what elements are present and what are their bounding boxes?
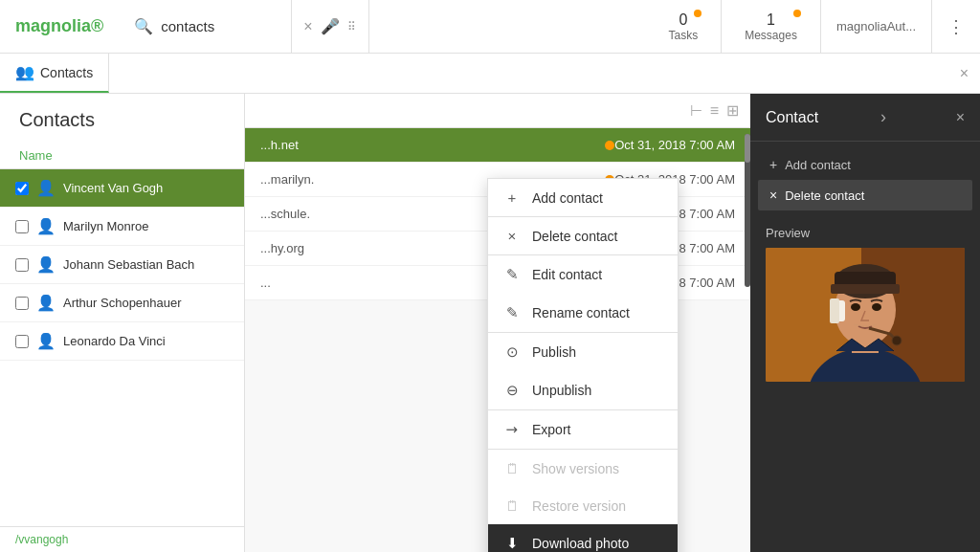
contact-checkbox[interactable] [15, 335, 29, 348]
menu-restore-version-label: Restore version [532, 498, 626, 514]
person-icon: 👤 [36, 332, 56, 350]
menu-export-label: Export [532, 422, 570, 437]
search-controls: × 🎤 ⠿ [292, 0, 368, 53]
search-icon: 🔍 [134, 17, 153, 35]
tree-view-icon[interactable]: ⊢ [690, 102, 702, 120]
grid-view-icon[interactable]: ⊞ [726, 101, 739, 120]
contact-row[interactable]: 👤 Vincent Van Gogh [0, 169, 244, 208]
tasks-count: 0 [679, 11, 687, 29]
contact-name: Vincent Van Gogh [63, 181, 163, 195]
person-icon: 👤 [36, 179, 56, 197]
svg-point-14 [892, 336, 902, 345]
clear-search-icon[interactable]: × [303, 18, 312, 35]
download-icon: ⬇ [503, 535, 521, 552]
topbar: magnolia® 🔍 × 🎤 ⠿ 0 Tasks 1 Messages mag… [0, 0, 980, 54]
restore-icon: 🗒 [503, 497, 521, 514]
status-dot [605, 141, 614, 150]
contact-row[interactable]: 👤 Johann Sebastian Bach [0, 246, 244, 284]
topbar-right: 0 Tasks 1 Messages magnoliaAut... ⋮ [646, 0, 981, 54]
menu-unpublish[interactable]: ⊖ Unpublish [488, 371, 678, 409]
right-panel-title: Contact [766, 109, 818, 126]
contact-email: ...h.net [260, 138, 605, 152]
rp-delete-contact[interactable]: × Delete contact [758, 180, 972, 210]
user-label: magnoliaAut... [836, 19, 916, 33]
contact-checkbox[interactable] [15, 258, 29, 272]
context-menu: + Add contact × Delete contact ✎ Edit co… [487, 178, 679, 552]
panel-scrollbar[interactable] [745, 134, 750, 287]
portrait-svg [766, 248, 965, 382]
search-area: 🔍 [119, 0, 292, 53]
search-input[interactable] [161, 18, 276, 34]
contact-name: Marilyn Monroe [63, 219, 149, 233]
menu-show-versions-label: Show versions [532, 461, 619, 476]
svg-rect-8 [830, 298, 839, 323]
tasks-badge[interactable]: 0 Tasks [646, 0, 723, 54]
right-panel: Contact › × + Add contact × Delete conta… [750, 94, 980, 552]
mic-icon[interactable]: 🎤 [321, 17, 340, 35]
menu-delete-contact[interactable]: × Delete contact [488, 217, 678, 254]
menu-export[interactable]: ↗ Export [488, 410, 678, 449]
contact-checkbox[interactable] [15, 297, 29, 310]
rp-delete-icon: × [769, 188, 777, 203]
menu-unpublish-label: Unpublish [532, 383, 591, 398]
grid-icon[interactable]: ⠿ [347, 20, 357, 33]
contact-name: Leonardo Da Vinci [63, 334, 166, 348]
versions-icon: 🗒 [503, 460, 521, 476]
preview-label: Preview [766, 226, 965, 240]
rp-add-icon: + [769, 157, 777, 172]
list-panel: Contacts Name 👤 Vincent Van Gogh 👤 Maril… [0, 94, 245, 552]
messages-badge[interactable]: 1 Messages [722, 0, 821, 54]
svg-rect-11 [831, 284, 900, 294]
contact-row[interactable]: 👤 Arthur Schopenhauer [0, 284, 244, 322]
user-menu[interactable]: magnoliaAut... [821, 0, 932, 54]
menu-download-photo-label: Download photo [532, 536, 629, 551]
menu-publish[interactable]: ⊙ Publish [488, 333, 678, 371]
more-menu[interactable]: ⋮ [932, 0, 980, 54]
menu-show-versions: 🗒 Show versions [488, 450, 678, 487]
menu-delete-contact-label: Delete contact [532, 229, 618, 244]
person-icon: 👤 [36, 255, 56, 274]
contact-row[interactable]: 👤 Leonardo Da Vinci [0, 322, 244, 361]
right-panel-chevron[interactable]: › [880, 107, 886, 127]
tasks-dot [694, 10, 702, 17]
rp-delete-contact-label: Delete contact [785, 188, 864, 203]
menu-add-contact-label: Add contact [532, 190, 603, 206]
menu-publish-label: Publish [532, 344, 576, 360]
export-icon: ↗ [500, 417, 523, 441]
rp-add-contact[interactable]: + Add contact [758, 149, 972, 180]
right-panel-close-button[interactable]: × [956, 109, 965, 126]
menu-add-contact[interactable]: + Add contact [488, 179, 678, 216]
delete-icon: × [503, 228, 521, 244]
person-icon: 👤 [36, 217, 56, 235]
menu-rename-contact[interactable]: ✎ Rename contact [488, 294, 678, 332]
svg-point-12 [851, 303, 860, 311]
panel-scroll-thumb[interactable] [745, 134, 750, 163]
list-view-icon[interactable]: ≡ [710, 102, 719, 120]
tasks-label: Tasks [669, 29, 699, 42]
right-panel-actions: + Add contact × Delete contact [750, 142, 980, 218]
menu-restore-version: 🗒 Restore version [488, 487, 678, 524]
contact-row[interactable]: 👤 Marilyn Monroe [0, 208, 244, 246]
rp-add-contact-label: Add contact [785, 158, 851, 172]
menu-edit-contact[interactable]: ✎ Edit contact [488, 255, 678, 294]
contacts-tab-label: Contacts [40, 65, 93, 80]
contacts-tab[interactable]: 👥 Contacts [0, 54, 109, 93]
preview-image [766, 248, 965, 382]
contact-checkbox[interactable] [15, 220, 29, 233]
contact-name: Johann Sebastian Bach [63, 257, 194, 272]
path-breadcrumb: /vvangogh [0, 526, 244, 552]
menu-download-photo[interactable]: ⬇ Download photo [488, 524, 678, 552]
list-header: Contacts [0, 94, 244, 143]
contact-checkbox[interactable] [15, 182, 29, 195]
person-icon: 👤 [36, 294, 56, 312]
logo: magnolia® [0, 16, 119, 36]
content-toolbar: ⊢ ≡ ⊞ [245, 94, 750, 128]
contacts-tab-icon: 👥 [15, 63, 34, 81]
tabs-bar: 👥 Contacts × [0, 54, 980, 94]
unpublish-icon: ⊖ [503, 382, 521, 399]
tab-close-button[interactable]: × [948, 54, 980, 93]
table-row[interactable]: ...h.net Oct 31, 2018 7:00 AM [245, 128, 750, 163]
rename-icon: ✎ [503, 304, 521, 321]
svg-point-13 [872, 303, 881, 311]
messages-count: 1 [767, 11, 775, 29]
